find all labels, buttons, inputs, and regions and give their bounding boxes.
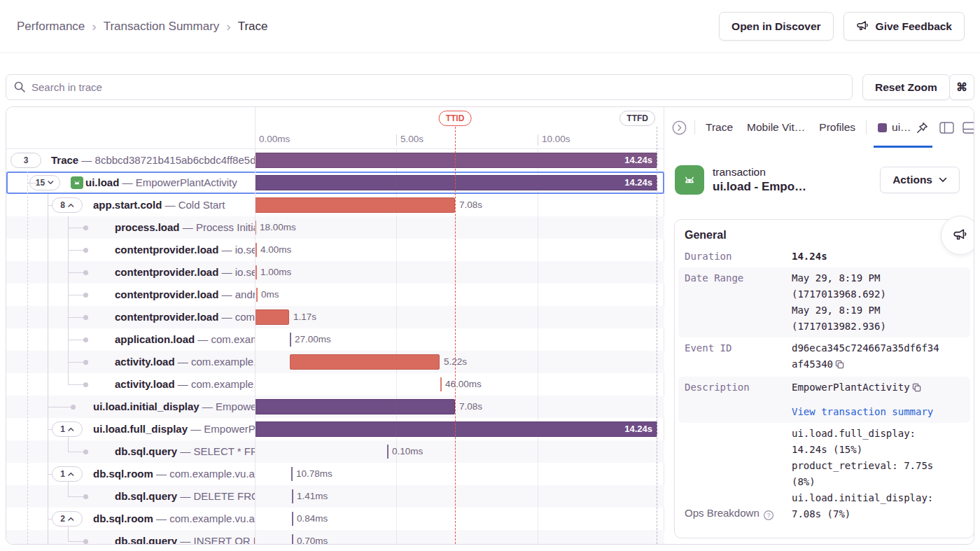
span-duration-bar[interactable] xyxy=(255,309,289,325)
ttfd-marker-pill[interactable]: TTFD xyxy=(620,111,655,126)
trace-row-ui.load[interactable]: 15ui.load — EmpowerPlantActivity14.24s xyxy=(6,172,664,194)
chevron-right-icon: › xyxy=(92,20,96,33)
expand-drawer-icon[interactable] xyxy=(671,120,687,136)
span-tree-cell: contentprovider.load — androidx.startup.… xyxy=(6,284,255,306)
feedback-float-button[interactable] xyxy=(941,216,974,255)
tab-ui-load-active[interactable]: ui… xyxy=(874,107,932,148)
copy-icon[interactable] xyxy=(912,381,921,397)
help-icon[interactable]: ? xyxy=(763,510,774,521)
trace-row-ui.load.full_display[interactable]: 1ui.load.full_display — EmpowerPlantActi… xyxy=(6,418,664,440)
leaf-connector-dot xyxy=(83,293,88,298)
trace-row-db.sql.query[interactable]: db.sql.query — SELECT * FROM products0.1… xyxy=(6,440,664,463)
span-tree-cell: activity.load — com.example.vu.android.M… xyxy=(6,351,255,373)
span-bar-cell: 0.10ms xyxy=(255,440,657,463)
tree-waterfall-divider[interactable] xyxy=(255,107,255,544)
trace-row-app.start.cold[interactable]: 8app.start.cold — Cold Start7.08s xyxy=(6,194,664,216)
span-duration-tick[interactable] xyxy=(255,243,257,257)
trace-row-db.sql.query[interactable]: db.sql.query — INSERT OR REPLACE INTO pr… xyxy=(6,530,664,545)
span-duration-tick[interactable] xyxy=(440,377,442,391)
trace-row-db.sql.query[interactable]: db.sql.query — DELETE FROM products1.41m… xyxy=(6,485,664,508)
span-label: contentprovider.load — androidx.startup.… xyxy=(115,284,255,306)
trace-row-db.sql.room[interactable]: 2db.sql.room — com.example.vu.android.db… xyxy=(6,508,664,530)
search-input[interactable] xyxy=(6,74,853,100)
layout-bottom-panel-icon[interactable] xyxy=(962,122,974,134)
reset-zoom-label: Reset Zoom xyxy=(875,81,937,94)
span-bar-cell: 0.84ms xyxy=(255,508,657,530)
tab-profiles[interactable]: Profiles xyxy=(816,121,859,134)
span-children-count-badge[interactable]: 1 xyxy=(52,421,83,437)
layout-left-panel-icon[interactable] xyxy=(939,122,954,134)
trace-row-activity.load[interactable]: activity.load — com.example.vu.android.M… xyxy=(6,351,664,373)
chevron-up-icon xyxy=(68,427,74,431)
trace-row-contentprovider.load[interactable]: contentprovider.load — com.example.vu.an… xyxy=(6,306,664,328)
span-duration-bar[interactable]: 14.24s xyxy=(255,421,657,437)
span-children-count-badge[interactable]: 15 xyxy=(29,175,60,190)
span-duration-bar[interactable]: 14.24s xyxy=(255,175,657,190)
date-range-start: May 29, 8:19 PM (1717013968.692) xyxy=(792,270,940,302)
view-transaction-summary-link[interactable]: View transaction summary xyxy=(792,406,933,417)
badge-count: 3 xyxy=(24,155,29,165)
span-duration-tick[interactable] xyxy=(292,534,293,545)
span-duration-tick[interactable] xyxy=(256,288,258,302)
span-duration-label: 7.08s xyxy=(459,194,482,216)
span-children-count-badge[interactable]: 8 xyxy=(52,197,83,213)
ttid-marker-pill[interactable]: TTID xyxy=(439,111,472,126)
span-duration-tick[interactable] xyxy=(255,265,257,279)
trace-row-contentprovider.load[interactable]: contentprovider.load — io.sentry.android… xyxy=(6,261,664,284)
span-duration-tick[interactable] xyxy=(291,467,293,481)
span-description: — EmpowerPlantActivity initial display xyxy=(200,400,255,412)
trace-row-db.sql.room[interactable]: 1db.sql.room — com.example.vu.android.db… xyxy=(6,463,664,485)
trace-row-process.load[interactable]: process.load — Process Initialization18.… xyxy=(6,216,664,239)
breadcrumb-performance[interactable]: Performance xyxy=(17,20,85,34)
trace-row-contentprovider.load[interactable]: contentprovider.load — io.sentry.android… xyxy=(6,239,664,261)
span-duration-tick[interactable] xyxy=(290,333,291,347)
reset-zoom-button[interactable]: Reset Zoom xyxy=(862,74,950,100)
span-op: app.start.cold xyxy=(93,199,162,211)
trace-row-activity.load[interactable]: activity.load — com.example.vu.android.e… xyxy=(6,373,664,396)
open-in-discover-button[interactable]: Open in Discover xyxy=(719,12,833,41)
span-op: ui.load xyxy=(85,176,119,188)
leaf-connector-dot xyxy=(71,405,76,410)
trace-row-ui.load.initial_display[interactable]: ui.load.initial_display — EmpowerPlantAc… xyxy=(6,396,664,418)
give-feedback-button[interactable]: Give Feedback xyxy=(844,12,965,41)
span-description: — com.example.vu.android.db.AppDatabase xyxy=(153,468,255,480)
span-duration-bar[interactable]: 14.24s xyxy=(255,153,657,168)
leaf-connector-dot xyxy=(83,225,88,230)
duration-label: Duration xyxy=(685,249,792,265)
trace-rows-wrap: 3Trace — 8cbbcd38721b415ab6cbdc4ff8e5d0a… xyxy=(6,149,664,545)
span-duration-tick[interactable] xyxy=(292,489,293,503)
span-duration-tick[interactable] xyxy=(387,445,388,459)
span-children-count-badge[interactable]: 1 xyxy=(52,466,83,482)
tab-trace[interactable]: Trace xyxy=(702,121,736,134)
copy-icon[interactable] xyxy=(835,358,844,374)
trace-waterfall-panel: 0.00ms 5.00s 10.00s TTID TTFD 3Trace — 8… xyxy=(6,107,664,544)
span-label: db.sql.query — INSERT OR REPLACE INTO pr… xyxy=(115,530,255,545)
span-color-swatch xyxy=(878,123,887,132)
span-duration-tick[interactable] xyxy=(292,512,293,526)
span-duration-bar[interactable] xyxy=(255,197,455,213)
duration-value: 14.24s xyxy=(792,249,940,265)
trace-row-application.load[interactable]: application.load — com.example.vu.androi… xyxy=(6,328,664,351)
span-label: db.sql.query — SELECT * FROM products xyxy=(115,440,255,463)
span-description: — EmpowerPlantActivity xyxy=(119,176,237,188)
trace-row-Trace[interactable]: 3Trace — 8cbbcd38721b415ab6cbdc4ff8e5d0a… xyxy=(6,149,664,172)
transaction-title: ui.load - Empo… xyxy=(713,180,806,194)
actions-button[interactable]: Actions xyxy=(880,167,960,193)
span-bar-cell: 5.22s xyxy=(255,351,657,373)
span-duration-label: 1.41ms xyxy=(297,485,328,508)
tab-mobile-vitals[interactable]: Mobile Vit… xyxy=(743,121,808,134)
pin-tab-icon[interactable] xyxy=(916,122,928,134)
duration-row: Duration 14.24s xyxy=(675,246,974,267)
span-children-count-badge[interactable]: 2 xyxy=(52,511,83,526)
leaf-connector-dot xyxy=(83,449,88,454)
span-duration-bar[interactable] xyxy=(290,354,440,370)
span-op: activity.load xyxy=(115,378,175,390)
shortcut-command-button[interactable]: ⌘ xyxy=(949,74,974,100)
span-description: — Cold Start xyxy=(162,199,225,211)
trace-row-contentprovider.load[interactable]: contentprovider.load — androidx.startup.… xyxy=(6,284,664,306)
span-children-count-badge[interactable]: 3 xyxy=(10,153,41,168)
span-duration-bar[interactable] xyxy=(255,399,455,414)
breadcrumb-transaction-summary[interactable]: Transaction Summary xyxy=(104,20,220,34)
span-description: — com.example.vu.android.EmpowerPlantPro… xyxy=(218,311,255,323)
span-bar-cell: 14.24s xyxy=(255,149,657,172)
